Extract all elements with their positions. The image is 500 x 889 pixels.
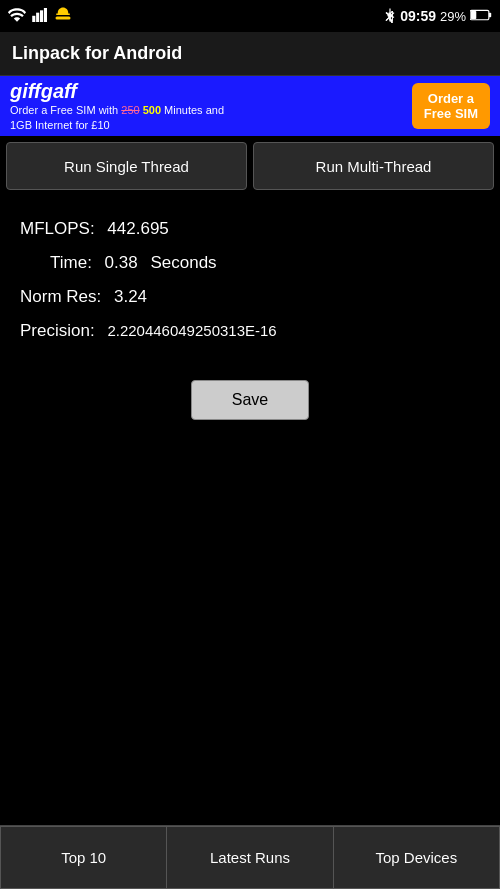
ad-cta-line2: Free SIM	[424, 106, 478, 121]
svg-rect-7	[489, 12, 491, 17]
ad-cta-line1: Order a	[428, 91, 474, 106]
app-title: Linpack for Android	[12, 43, 182, 64]
status-left	[8, 6, 72, 27]
status-bar: 09:59 29%	[0, 0, 500, 32]
save-button[interactable]: Save	[191, 380, 309, 420]
top-devices-button[interactable]: Top Devices	[333, 826, 500, 889]
top-10-button[interactable]: Top 10	[0, 826, 166, 889]
run-multi-thread-button[interactable]: Run Multi-Thread	[253, 142, 494, 190]
bottom-nav: Top 10 Latest Runs Top Devices	[0, 825, 500, 889]
hardhat-icon	[54, 6, 72, 27]
ad-content: giffgaff Order a Free SIM with 250 500 M…	[10, 80, 224, 132]
svg-rect-6	[471, 11, 477, 19]
precision-row: Precision: 2.220446049250313E-16	[20, 314, 480, 348]
battery-percent: 29%	[440, 9, 466, 24]
action-buttons: Run Single Thread Run Multi-Thread	[0, 136, 500, 196]
wifi-icon	[8, 8, 26, 25]
latest-runs-button[interactable]: Latest Runs	[166, 826, 332, 889]
time-display: 09:59	[400, 8, 436, 24]
battery-icon	[470, 9, 492, 24]
svg-rect-4	[56, 16, 71, 19]
ad-brand: giffgaff	[10, 80, 224, 103]
results-area: MFLOPS: 442.695 Time: 0.38 Seconds Norm …	[0, 196, 500, 364]
svg-rect-3	[44, 8, 47, 22]
normres-label: Norm Res:	[20, 287, 101, 306]
svg-rect-2	[40, 10, 43, 22]
precision-value: 2.220446049250313E-16	[107, 322, 276, 339]
signal-icon	[32, 8, 48, 25]
normres-value: 3.24	[114, 287, 147, 306]
time-row: Time: 0.38 Seconds	[20, 246, 480, 280]
svg-rect-1	[36, 12, 39, 21]
mflops-label: MFLOPS:	[20, 219, 95, 238]
time-label: Time:	[50, 253, 92, 272]
precision-label: Precision:	[20, 321, 95, 340]
svg-rect-0	[32, 15, 35, 21]
time-value: 0.38	[105, 253, 138, 272]
ad-cta-button[interactable]: Order a Free SIM	[412, 83, 490, 129]
status-right: 09:59 29%	[384, 7, 492, 26]
ad-text: Order a Free SIM with 250 500 Minutes an…	[10, 103, 224, 132]
mflops-row: MFLOPS: 442.695	[20, 212, 480, 246]
mflops-value: 442.695	[107, 219, 168, 238]
ad-banner[interactable]: giffgaff Order a Free SIM with 250 500 M…	[0, 76, 500, 136]
bluetooth-icon	[384, 7, 396, 26]
run-single-thread-button[interactable]: Run Single Thread	[6, 142, 247, 190]
time-unit: Seconds	[150, 253, 216, 272]
save-area: Save	[0, 380, 500, 420]
normres-row: Norm Res: 3.24	[20, 280, 480, 314]
title-bar: Linpack for Android	[0, 32, 500, 76]
